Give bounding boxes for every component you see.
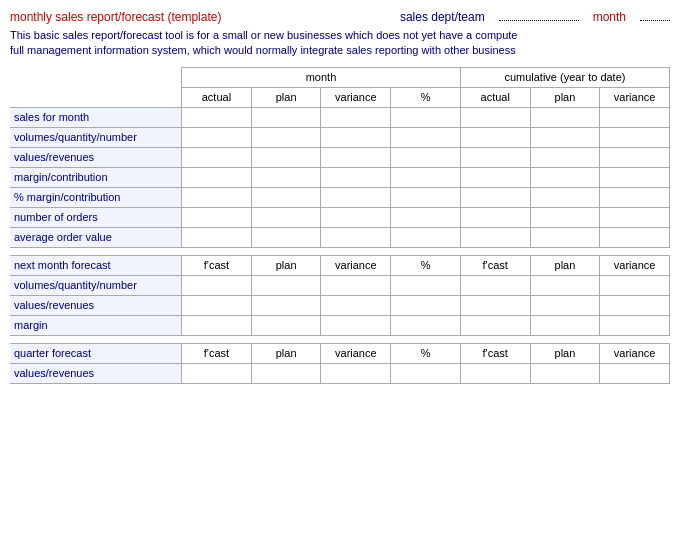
col-header-row-1: actual plan variance % actual plan varia…: [10, 87, 670, 107]
col-plan-cum: plan: [530, 87, 600, 107]
row-volumes: volumes/quantity/number: [10, 127, 670, 147]
row-margin-contribution: margin/contribution: [10, 167, 670, 187]
next-month-col-header-row: next month forecast f'cast plan variance…: [10, 255, 670, 275]
col-plan-cum-q: plan: [530, 343, 600, 363]
row-average-order-value: average order value: [10, 227, 670, 247]
row-values-revenues: values/revenues: [10, 147, 670, 167]
sales-dept-input: [499, 20, 579, 21]
page-title: monthly sales report/forecast (template): [10, 10, 221, 24]
month-input: [640, 20, 670, 21]
quarter-forecast-col-header-row: quarter forecast f'cast plan variance % …: [10, 343, 670, 363]
col-plan: plan: [251, 87, 321, 107]
page-header: monthly sales report/forecast (template)…: [10, 10, 670, 24]
col-actual-cum: actual: [460, 87, 530, 107]
col-variance-q: variance: [321, 343, 391, 363]
spacer-2: [10, 335, 670, 343]
month-section-header: month: [182, 67, 461, 87]
row-nm-margin: margin: [10, 315, 670, 335]
col-plan-2: plan: [251, 255, 321, 275]
cumulative-section-header: cumulative (year to date): [460, 67, 669, 87]
spacer-1: [10, 247, 670, 255]
col-fcast-cum: f'cast: [460, 255, 530, 275]
row-q-values-revenues: values/revenues: [10, 363, 670, 383]
section-header-row: month cumulative (year to date): [10, 67, 670, 87]
description-text: This basic sales report/forecast tool is…: [10, 28, 670, 59]
row-nm-values-revenues: values/revenues: [10, 295, 670, 315]
col-fcast-q: f'cast: [182, 343, 252, 363]
col-percent: %: [391, 87, 461, 107]
col-variance-2: variance: [321, 255, 391, 275]
row-sales-for-month: sales for month: [10, 107, 670, 127]
row-nm-volumes: volumes/quantity/number: [10, 275, 670, 295]
col-variance-cum-2: variance: [600, 255, 670, 275]
col-plan-q: plan: [251, 343, 321, 363]
col-fcast-1: f'cast: [182, 255, 252, 275]
sales-table: month cumulative (year to date) actual p…: [10, 67, 670, 384]
col-percent-q: %: [391, 343, 461, 363]
row-pct-margin-contribution: % margin/contribution: [10, 187, 670, 207]
col-variance: variance: [321, 87, 391, 107]
row-number-of-orders: number of orders: [10, 207, 670, 227]
col-fcast-cum-q: f'cast: [460, 343, 530, 363]
col-variance-cum-q: variance: [600, 343, 670, 363]
col-actual: actual: [182, 87, 252, 107]
sales-dept-label: sales dept/team: [400, 10, 485, 24]
col-percent-2: %: [391, 255, 461, 275]
col-plan-cum-2: plan: [530, 255, 600, 275]
col-variance-cum: variance: [600, 87, 670, 107]
month-label: month: [593, 10, 626, 24]
